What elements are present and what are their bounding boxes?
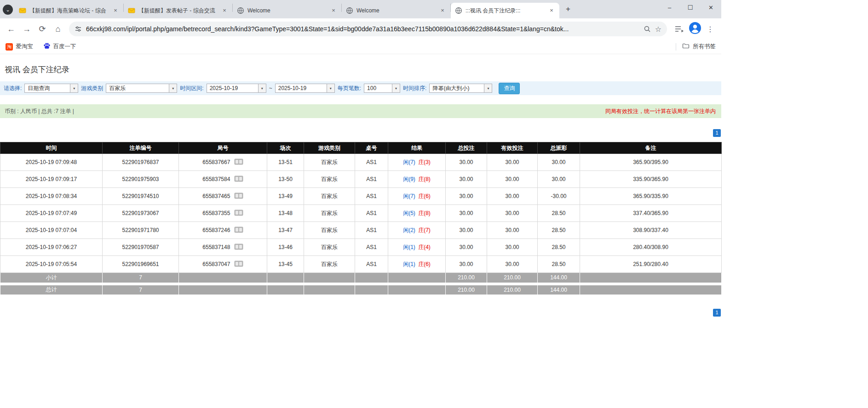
- bookmark-label: 爱淘宝: [16, 43, 33, 51]
- close-icon[interactable]: ×: [330, 7, 337, 14]
- reload-button[interactable]: ⟳: [35, 22, 50, 36]
- new-tab-button[interactable]: +: [562, 3, 574, 15]
- toolbar-right-cluster: ⋮: [671, 22, 718, 36]
- browser-toolbar: ← → ⟳ ⌂ 66cxkj98.com/ipl/portal.php/game…: [0, 18, 721, 40]
- combo-value: 100: [364, 84, 392, 93]
- cell-table-no: AS1: [355, 256, 388, 273]
- round-id: 655837465: [202, 193, 230, 199]
- chevron-down-icon[interactable]: ▾: [392, 84, 400, 93]
- cell-game-type: 百家乐: [304, 171, 355, 188]
- profile-avatar[interactable]: [689, 22, 701, 36]
- cell-session: 13-48: [267, 205, 304, 222]
- cell-total-bet[interactable]: 30.00: [446, 256, 487, 273]
- tab-bet-records-active[interactable]: :::视讯 会员下注纪录::: ×: [451, 3, 559, 18]
- cell-total-bet[interactable]: 30.00: [446, 239, 487, 256]
- cell-session: 13-50: [267, 171, 304, 188]
- chevron-down-icon[interactable]: ▾: [169, 84, 177, 93]
- minimize-button[interactable]: –: [659, 0, 680, 16]
- cell-total-bet[interactable]: 30.00: [446, 171, 487, 188]
- media-controls-icon[interactable]: [674, 25, 684, 33]
- cell-table-no: AS1: [355, 188, 388, 205]
- replay-icon[interactable]: [234, 244, 243, 251]
- chevron-down-icon[interactable]: ▾: [70, 84, 78, 93]
- cell-valid-bet: 30.00: [487, 154, 538, 171]
- bookmark-baidu[interactable]: 百度一下: [43, 42, 76, 51]
- url-text[interactable]: 66cxkj98.com/ipl/portal.php/game/betreco…: [86, 25, 639, 33]
- cell-total-bet[interactable]: 30.00: [446, 188, 487, 205]
- query-type-select[interactable]: 日期查询 ▾: [24, 84, 78, 93]
- round-id: 655837667: [202, 159, 230, 165]
- close-icon[interactable]: ×: [548, 7, 555, 14]
- cell-valid-bet: 30.00: [487, 239, 538, 256]
- search-button[interactable]: 查询: [499, 83, 520, 94]
- cell-bet-id: 522901973067: [103, 205, 179, 222]
- forward-button[interactable]: →: [19, 22, 34, 36]
- game-type-select[interactable]: 百家乐 ▾: [106, 84, 177, 93]
- home-button[interactable]: ⌂: [51, 22, 65, 36]
- close-icon[interactable]: ×: [439, 7, 446, 14]
- tab-search-button[interactable]: ⌄: [3, 5, 13, 15]
- column-header: 桌号: [355, 142, 388, 154]
- page-content: 视讯 会员下注纪录 请选择: 日期查询 ▾ 游戏类别 百家乐 ▾ 时间区间: 2…: [0, 64, 721, 334]
- sort-select[interactable]: 降幂(由大到小) ▾: [429, 84, 492, 93]
- cell-time: 2025-10-19 07:09:17: [0, 171, 103, 188]
- page-size-select[interactable]: 100 ▾: [364, 84, 400, 93]
- replay-icon[interactable]: [234, 227, 243, 234]
- menu-icon[interactable]: ⋮: [707, 25, 714, 34]
- cell-result: 闲(1) 庄(6): [388, 256, 446, 273]
- cell-bet-id: 522901971780: [103, 222, 179, 239]
- taobao-icon: 淘: [6, 43, 13, 51]
- round-id: 655837584: [202, 176, 230, 182]
- combo-value: 百家乐: [106, 84, 169, 93]
- page-number-button[interactable]: 1: [713, 309, 721, 317]
- page-number-button[interactable]: 1: [713, 129, 721, 137]
- round-id: 655837355: [202, 210, 230, 216]
- close-icon[interactable]: ×: [112, 7, 119, 14]
- result-banker: 庄(8): [418, 176, 431, 182]
- maximize-button[interactable]: ☐: [680, 0, 701, 16]
- back-button[interactable]: ←: [4, 22, 18, 36]
- range-separator: ~: [269, 85, 272, 91]
- bookmark-taobao[interactable]: 淘 爱淘宝: [6, 43, 33, 51]
- date-to-select[interactable]: 2025-10-19 ▾: [275, 84, 335, 93]
- result-banker: 庄(4): [418, 244, 431, 250]
- all-bookmarks-button[interactable]: 所有书签: [676, 42, 716, 51]
- replay-icon[interactable]: [234, 261, 243, 268]
- cell-round-id: 655837148: [179, 239, 267, 256]
- tab-welcome-2[interactable]: Welcome ×: [342, 3, 450, 18]
- zoom-icon[interactable]: [644, 25, 651, 33]
- result-banker: 庄(3): [418, 159, 431, 165]
- close-icon[interactable]: ×: [221, 7, 228, 14]
- result-banker: 庄(8): [418, 210, 431, 216]
- cell-total-bet[interactable]: 30.00: [446, 154, 487, 171]
- chevron-down-icon[interactable]: ▾: [259, 84, 266, 93]
- tab-forum-2[interactable]: 【新提醒】发表帖子 - 综合交流 ×: [124, 3, 232, 18]
- tab-welcome-1[interactable]: Welcome ×: [233, 3, 341, 18]
- subtotal-total-bet: 210.00: [446, 273, 487, 284]
- combo-value: 降幂(由大到小): [429, 84, 484, 93]
- tab-divider: [123, 4, 124, 12]
- chevron-down-icon[interactable]: ▾: [484, 84, 492, 93]
- filter-bar: 请选择: 日期查询 ▾ 游戏类别 百家乐 ▾ 时间区间: 2025-10-19 …: [0, 81, 721, 95]
- date-from-select[interactable]: 2025-10-19 ▾: [207, 84, 266, 93]
- cell-total-bet[interactable]: 30.00: [446, 205, 487, 222]
- table-row: 2025-10-19 07:06:27 522901970587 6558371…: [0, 239, 722, 256]
- result-player: 闲(9): [403, 176, 415, 182]
- cell-total-bet[interactable]: 30.00: [446, 222, 487, 239]
- replay-icon[interactable]: [234, 176, 243, 183]
- total-valid-bet: 210.00: [487, 284, 538, 295]
- window-close-button[interactable]: ✕: [701, 0, 721, 16]
- chevron-down-icon[interactable]: ▾: [327, 84, 335, 93]
- replay-icon[interactable]: [234, 193, 243, 200]
- site-settings-icon[interactable]: [75, 25, 82, 33]
- cell-round-id: 655837667: [179, 154, 267, 171]
- tab-divider: [232, 4, 233, 12]
- replay-icon[interactable]: [234, 210, 243, 217]
- cell-result: 闲(1) 庄(4): [388, 239, 446, 256]
- replay-icon[interactable]: [234, 159, 243, 166]
- tab-forum-1[interactable]: 【新提醒】海燕策略论坛 - 综合 ×: [15, 3, 123, 18]
- bookmark-star-icon[interactable]: ☆: [655, 25, 661, 34]
- address-bar[interactable]: 66cxkj98.com/ipl/portal.php/game/betreco…: [69, 22, 667, 36]
- cell-game-type: 百家乐: [304, 239, 355, 256]
- cell-note: 365.90/395.90: [580, 154, 722, 171]
